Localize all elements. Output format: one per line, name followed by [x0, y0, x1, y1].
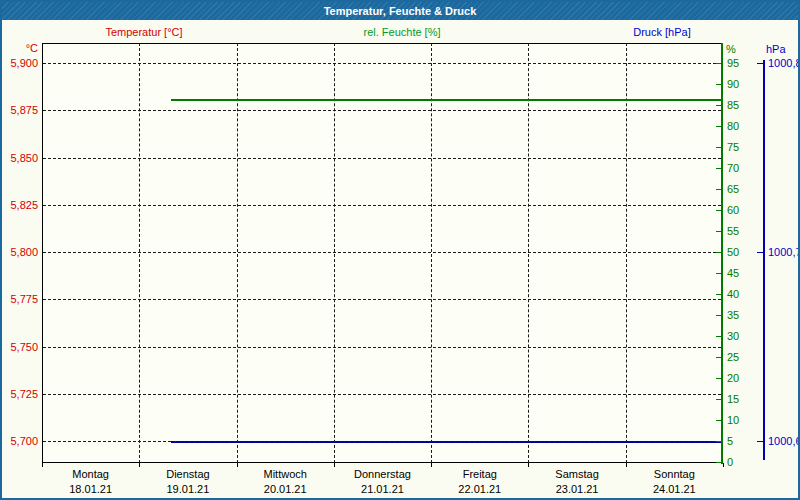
humidity-tick	[716, 420, 722, 421]
humidity-tick-label: 85	[727, 99, 739, 111]
temp-tick-label: 5,750	[4, 341, 38, 353]
temp-gridline	[43, 299, 721, 300]
day-name-label: Mittwoch	[237, 468, 334, 480]
pressure-unit-label: hPa	[766, 43, 786, 55]
legend-pressure: Druck [hPa]	[633, 26, 690, 38]
x-axis-tick	[528, 463, 529, 467]
humidity-axis-line	[721, 43, 723, 464]
humidity-tick-label: 15	[727, 393, 739, 405]
pressure-tick-label: 1000,7	[768, 246, 800, 258]
day-date-label: 24.01.21	[626, 483, 723, 495]
day-date-label: 19.01.21	[139, 483, 236, 495]
humidity-tick-label: 90	[727, 78, 739, 90]
legend-humidity: rel. Feuchte [%]	[363, 26, 440, 38]
pressure-tick-label: 1000,8	[768, 57, 800, 69]
humidity-tick	[716, 273, 722, 274]
window-title: Temperatur, Feuchte & Druck	[324, 5, 477, 17]
day-date-label: 20.01.21	[237, 483, 334, 495]
temp-tick-label: 5,825	[4, 199, 38, 211]
humidity-tick-label: 25	[727, 351, 739, 363]
app-window: Temperatur, Feuchte & Druck Temperatur […	[0, 0, 800, 500]
humidity-tick-label: 10	[727, 414, 739, 426]
temp-gridline	[43, 110, 721, 111]
humidity-tick-label: 40	[727, 288, 739, 300]
humidity-tick-label: 35	[727, 309, 739, 321]
humidity-tick-label: 30	[727, 330, 739, 342]
pressure-tick	[757, 252, 763, 253]
humidity-tick	[716, 210, 722, 211]
temp-gridline	[43, 63, 721, 64]
day-date-label: 23.01.21	[528, 483, 625, 495]
humidity-tick	[716, 462, 722, 463]
temp-tick-label: 5,700	[4, 435, 38, 447]
pressure-tick	[757, 63, 763, 64]
pressure-axis-line	[763, 60, 765, 460]
x-axis-tick	[431, 463, 432, 467]
humidity-tick	[716, 336, 722, 337]
day-gridline	[431, 43, 432, 463]
temperature-unit-label: °C	[4, 42, 38, 54]
humidity-tick-label: 95	[727, 57, 739, 69]
temp-gridline	[43, 347, 721, 348]
day-name-label: Montag	[42, 468, 139, 480]
day-date-label: 22.01.21	[431, 483, 528, 495]
day-gridline	[626, 43, 627, 463]
humidity-tick-label: 0	[727, 456, 733, 468]
humidity-tick	[716, 378, 722, 379]
day-name-label: Samstag	[528, 468, 625, 480]
temp-tick-label: 5,900	[4, 57, 38, 69]
x-axis-tick	[139, 463, 140, 467]
x-axis-tick	[626, 463, 627, 467]
humidity-tick-label: 60	[727, 204, 739, 216]
temp-gridline	[43, 394, 721, 395]
temp-gridline	[43, 205, 721, 206]
day-name-label: Freitag	[431, 468, 528, 480]
x-axis-tick	[723, 463, 724, 467]
humidity-tick-label: 55	[727, 225, 739, 237]
humidity-tick	[716, 84, 722, 85]
humidity-tick-label: 80	[727, 120, 739, 132]
humidity-unit-label: %	[726, 43, 736, 55]
temp-gridline	[43, 252, 721, 253]
temp-tick-label: 5,775	[4, 293, 38, 305]
humidity-tick	[716, 399, 722, 400]
humidity-tick-label: 75	[727, 141, 739, 153]
day-gridline	[237, 43, 238, 463]
humidity-tick	[716, 147, 722, 148]
temp-gridline	[43, 158, 721, 159]
humidity-tick	[716, 357, 722, 358]
day-gridline	[334, 43, 335, 463]
day-gridline	[528, 43, 529, 463]
humidity-tick-label: 45	[727, 267, 739, 279]
plot-area	[42, 43, 723, 463]
window-titlebar[interactable]: Temperatur, Feuchte & Druck	[2, 2, 798, 20]
series-line-humidity	[171, 99, 723, 101]
temp-tick-label: 5,850	[4, 152, 38, 164]
humidity-tick-label: 5	[727, 435, 733, 447]
temp-gridline	[43, 441, 721, 442]
day-name-label: Donnerstag	[334, 468, 431, 480]
humidity-tick-label: 65	[727, 183, 739, 195]
humidity-tick	[716, 315, 722, 316]
day-date-label: 21.01.21	[334, 483, 431, 495]
humidity-tick	[716, 63, 722, 64]
temp-tick-label: 5,875	[4, 104, 38, 116]
humidity-tick-label: 70	[727, 162, 739, 174]
humidity-tick	[716, 189, 722, 190]
humidity-tick	[716, 252, 722, 253]
day-name-label: Sonntag	[626, 468, 723, 480]
humidity-tick	[716, 294, 722, 295]
x-axis-tick	[237, 463, 238, 467]
temp-tick-label: 5,725	[4, 388, 38, 400]
humidity-tick	[716, 168, 722, 169]
humidity-tick	[716, 441, 722, 442]
pressure-tick	[757, 441, 763, 442]
day-gridline	[139, 43, 140, 463]
temp-tick-label: 5,800	[4, 246, 38, 258]
pressure-tick-label: 1000,6	[768, 435, 800, 447]
day-name-label: Dienstag	[139, 468, 236, 480]
humidity-tick	[716, 105, 722, 106]
humidity-tick	[716, 231, 722, 232]
x-axis-tick	[42, 463, 43, 467]
humidity-tick-label: 50	[727, 246, 739, 258]
